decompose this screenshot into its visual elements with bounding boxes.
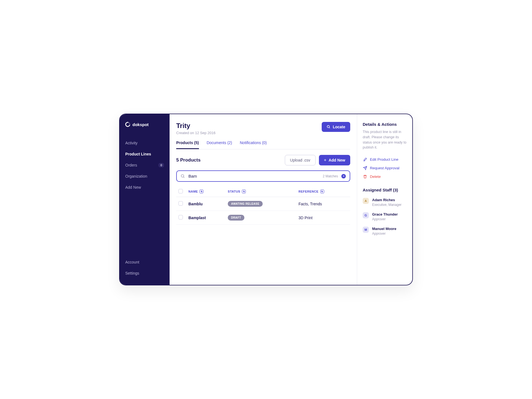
row-name: Bamblu [186,197,226,211]
staff-role: Approver [372,217,398,221]
clear-search-icon[interactable]: ✕ [341,174,346,178]
svg-line-1 [329,127,330,128]
plus-icon: + [324,158,326,163]
row-reference: Facts, Trends [296,197,350,211]
nav-label: Orders [125,163,137,167]
locate-label: Locate [333,125,345,129]
avatar: G [363,212,369,218]
staff-role: Executive, Manager [372,203,401,207]
nav-product-lines[interactable]: Product Lines [122,149,167,159]
row-reference: 3D Print [296,211,350,225]
search-match-count: 2 Matches [323,174,338,178]
nav-label: Product Lines [125,152,151,156]
add-label: Add New [329,158,345,162]
page-header: Trity Created on 12 Sep 2016 Locate [176,122,350,135]
details-title: Details & Actions [363,122,407,127]
staff-title: Assigned Staff (3) [363,188,407,192]
search-icon [181,174,185,178]
page-title: Trity [176,122,216,130]
send-icon [363,166,367,170]
avatar: A [363,198,369,204]
section-title: 5 Products [176,157,201,163]
nav-label: Add New [125,185,141,190]
request-approval-link[interactable]: Request Approval [363,164,407,172]
details-text: This product line is still in draft. Ple… [363,129,407,150]
app-frame: dokspot Activity Product Lines Orders 0 … [119,114,413,285]
search-icon [327,125,331,129]
request-label: Request Approval [370,166,400,170]
tab-notifications[interactable]: Notifications (0) [240,140,267,149]
svg-point-2 [181,175,184,177]
nav-activity[interactable]: Activity [122,138,167,148]
nav-label: Account [125,260,139,264]
upload-label: Upload .csv [290,158,310,162]
svg-point-0 [327,126,329,128]
tab-label: Documents (2) [207,140,232,145]
delete-link[interactable]: Delete [363,172,407,181]
section-header: 5 Products Upload .csv + Add New [176,155,350,165]
sort-icon[interactable]: ⇅ [242,190,246,193]
select-all-checkbox[interactable] [178,189,183,193]
brand-logo: dokspot [120,122,170,138]
nav-settings[interactable]: Settings [122,268,167,278]
main-nav: Activity Product Lines Orders 0 Organiza… [120,138,170,192]
footer-nav: Account Settings [120,257,170,278]
tab-documents[interactable]: Documents (2) [207,140,232,149]
nav-add-new[interactable]: Add New [122,182,167,192]
sidebar: dokspot Activity Product Lines Orders 0 … [120,114,170,285]
search-input[interactable] [188,174,319,178]
col-status[interactable]: STATUS [228,190,240,193]
row-name: Bamplast [186,211,226,225]
main-area: Trity Created on 12 Sep 2016 Locate Prod… [170,114,412,285]
delete-label: Delete [370,175,381,179]
sort-icon[interactable]: ⇅ [200,190,203,193]
staff-item[interactable]: A Adam Riches Executive, Manager [363,195,407,209]
status-badge: DRAFT [228,215,244,221]
col-name[interactable]: NAME [188,190,198,193]
nav-label: Settings [125,271,139,275]
row-checkbox[interactable] [178,215,183,219]
details-panel: Details & Actions This product line is s… [357,114,412,285]
tab-label: Notifications (0) [240,140,267,145]
svg-line-3 [183,177,184,178]
staff-item[interactable]: G Grace Thunder Approver [363,209,407,224]
nav-label: Organization [125,174,147,178]
staff-role: Approver [372,232,396,236]
table-row[interactable]: Bamblu AWATING RELEASE Facts, Trends [176,197,350,211]
edit-icon [363,157,367,162]
logo-icon [124,121,131,128]
col-reference[interactable]: REFERENCE [298,190,318,193]
nav-account[interactable]: Account [122,257,167,267]
content: Trity Created on 12 Sep 2016 Locate Prod… [170,114,357,285]
staff-name: Grace Thunder [372,212,398,216]
tabs: Products (5) Documents (2) Notifications… [176,140,350,149]
tab-label: Products (5) [176,140,199,145]
staff-item[interactable]: M Manuel Moore Approver [363,224,407,238]
edit-label: Edit Product Line [370,157,398,162]
sort-icon[interactable]: ⇅ [320,190,324,193]
edit-product-line-link[interactable]: Edit Product Line [363,155,407,164]
staff-name: Manuel Moore [372,227,396,231]
orders-badge: 0 [158,163,164,167]
nav-organization[interactable]: Organization [122,171,167,181]
nav-orders[interactable]: Orders 0 [122,160,167,170]
brand-name: dokspot [132,122,149,127]
products-table: NAME⇅ STATUS⇅ REFERENCE⇅ Bamblu AWATING … [176,186,350,225]
status-badge: AWATING RELEASE [228,201,263,207]
row-checkbox[interactable] [178,201,183,206]
locate-button[interactable]: Locate [322,122,350,132]
table-row[interactable]: Bamplast DRAFT 3D Print [176,211,350,225]
add-new-button[interactable]: + Add New [319,155,350,165]
trash-icon [363,175,367,179]
page-subtitle: Created on 12 Sep 2016 [176,131,216,135]
upload-csv-button[interactable]: Upload .csv [285,155,316,165]
nav-label: Activity [125,141,137,145]
tab-products[interactable]: Products (5) [176,140,199,149]
staff-name: Adam Riches [372,198,401,202]
avatar: M [363,227,369,233]
search-box: 2 Matches ✕ [176,170,350,182]
